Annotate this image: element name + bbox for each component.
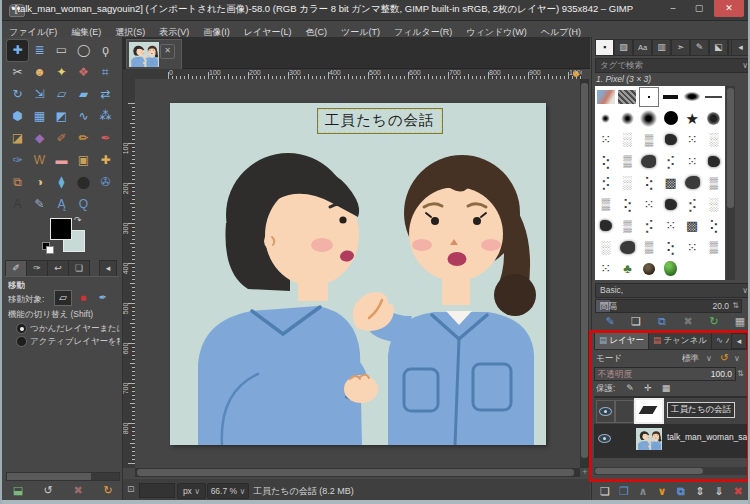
brush-dots2[interactable]: ⡪ <box>681 194 703 216</box>
shear-tool[interactable]: ▱ <box>51 84 72 105</box>
move-layer-icon[interactable]: ▱ <box>54 290 72 306</box>
brush-pixel-sel[interactable] <box>638 86 660 108</box>
canvas-viewport[interactable]: 工員たちの会話 <box>135 79 580 468</box>
brush-scat3[interactable]: ▒ <box>617 215 639 237</box>
flip-tool[interactable]: ⇄ <box>95 84 116 105</box>
mode-value[interactable]: 標準 <box>682 353 699 365</box>
move-selection-icon[interactable]: ■ <box>74 290 92 306</box>
brush-net[interactable]: ▩ <box>681 215 703 237</box>
layer-name[interactable]: 工員たちの会話 <box>667 402 735 418</box>
brush-dots2[interactable]: ⡪ <box>595 172 617 194</box>
lock-position-icon[interactable]: ✛ <box>640 381 656 395</box>
brush-blob1[interactable] <box>703 151 725 173</box>
brush-oval[interactable] <box>681 86 703 108</box>
lower-layer-button[interactable]: ∨ <box>653 484 671 499</box>
layer-row[interactable]: talk_man_woman_sagyoui <box>594 426 748 452</box>
layer-visibility-toggle[interactable] <box>596 400 615 423</box>
brush-pic[interactable] <box>595 86 617 108</box>
brush-dots2[interactable]: ⡪ <box>660 151 682 173</box>
ink-tool[interactable]: ✑ <box>7 150 28 171</box>
layer-name[interactable]: talk_man_woman_sagyoui <box>667 432 748 442</box>
unit-dropdown[interactable]: px ∨ <box>177 483 206 499</box>
new-brush-button[interactable]: ❏ <box>627 314 645 329</box>
brush-acorn[interactable] <box>638 258 660 280</box>
paths-tool[interactable]: Ą <box>51 194 72 215</box>
text-layer-selection[interactable]: 工員たちの会話 <box>318 109 442 133</box>
brush-tex[interactable] <box>617 86 639 108</box>
brush-scat2[interactable]: ░ <box>703 194 725 216</box>
brush-scat3[interactable]: ▒ <box>617 151 639 173</box>
navigation-corner-button[interactable]: + <box>580 468 590 477</box>
heal-tool[interactable]: ✚ <box>95 150 116 171</box>
layer-link-toggle[interactable] <box>615 400 634 423</box>
brush-scat1[interactable]: ⁙ <box>595 129 617 151</box>
crop-tool[interactable]: ⌗ <box>95 62 116 83</box>
duplicate-brush-button[interactable]: ⧉ <box>653 314 671 329</box>
anchor-layer-button[interactable]: ⇕ <box>691 484 709 499</box>
rotate-tool[interactable]: ↻ <box>7 84 28 105</box>
radio-move-grabbed[interactable] <box>16 323 27 334</box>
brush-blob1[interactable] <box>660 129 682 151</box>
new-layer-button[interactable]: ❏ <box>596 484 614 499</box>
layer-thumbnail[interactable] <box>636 400 662 422</box>
brush-grid[interactable]: ★⁙░▒⁙░⢕▒⡪⁙⡪░⢕▩▒▒⢕⁙⡪░▒⡪⁙▩⢕░▒⢕⁙▒⁙♣ <box>595 86 725 280</box>
new-layer-group-button[interactable]: ❐ <box>615 484 633 499</box>
tab-images[interactable]: ❏ <box>68 260 90 276</box>
brush-search-input[interactable]: タグで検索∨ <box>595 58 750 73</box>
open-brush-as-image-button[interactable]: ▦ <box>731 314 749 329</box>
tool-options-resize-grip[interactable] <box>6 472 120 481</box>
vertical-scrollbar[interactable] <box>580 79 589 468</box>
close-button[interactable]: ✕ <box>714 0 744 17</box>
brush-net[interactable]: ▩ <box>660 172 682 194</box>
brush-scat1[interactable]: ⁙ <box>681 129 703 151</box>
blur-sharpen-tool[interactable]: ⧫ <box>51 172 72 193</box>
spacing-spinner[interactable]: ⇅ <box>732 300 739 312</box>
horizontal-scrollbar[interactable] <box>135 468 580 477</box>
delete-brush-button[interactable]: ✖ <box>679 314 697 329</box>
brush-scat1[interactable]: ⁙ <box>681 151 703 173</box>
color-picker-tool[interactable]: ✇ <box>95 172 116 193</box>
free-select-tool[interactable]: ϙ <box>95 40 116 61</box>
warp-transform-tool[interactable]: ∿ <box>73 106 94 127</box>
layer-thumbnail[interactable] <box>636 428 662 450</box>
restore-tool-options-button[interactable]: ↺ <box>40 483 56 497</box>
delete-tool-options-button[interactable]: ✖ <box>70 483 86 497</box>
lock-alpha-icon[interactable]: ▦ <box>658 381 674 395</box>
lock-pixels-icon[interactable]: ✎ <box>622 381 638 395</box>
brush-scat2[interactable]: ░ <box>703 129 725 151</box>
transform-3d-tool[interactable]: ⬢ <box>7 106 28 127</box>
brush-blank[interactable] <box>703 258 725 280</box>
brush-blob2[interactable] <box>638 151 660 173</box>
mode-reset-icon[interactable]: ↺ <box>720 352 728 363</box>
layer-visibility-toggle[interactable] <box>596 428 613 449</box>
perspective-clone-tool[interactable]: ⧉ <box>7 172 28 193</box>
layer-list-scrollbar[interactable] <box>594 467 748 475</box>
move-path-icon[interactable]: ✒ <box>94 290 112 306</box>
tab-document-history[interactable]: ▥ <box>652 39 671 56</box>
brush-dots1[interactable]: ⢕ <box>703 215 725 237</box>
bucket-fill-tool[interactable]: ◪ <box>7 128 28 149</box>
tab-tool-presets[interactable]: ✎ <box>690 39 709 56</box>
clone-tool[interactable]: ▣ <box>73 150 94 171</box>
brush-scrollbar[interactable] <box>726 86 735 280</box>
brush-solid[interactable] <box>660 108 682 130</box>
brush-line[interactable] <box>703 86 725 108</box>
smudge-tool[interactable]: ⬤ <box>73 172 94 193</box>
brush-scat2[interactable]: ░ <box>617 129 639 151</box>
brush-blank[interactable] <box>681 258 703 280</box>
brush-scat3[interactable]: ▒ <box>638 129 660 151</box>
scissors-select-tool[interactable]: ✂ <box>7 62 28 83</box>
brush-blob1[interactable] <box>660 194 682 216</box>
brush-scat2[interactable]: ░ <box>595 237 617 259</box>
delete-layer-button[interactable]: ✖ <box>729 484 747 499</box>
layers-menu-button[interactable]: ◂ <box>731 333 747 349</box>
foreground-color-swatch[interactable] <box>50 218 72 240</box>
brush-scat3[interactable]: ▒ <box>638 237 660 259</box>
brush-sprig[interactable]: ♣ <box>617 258 639 280</box>
tab-brushes[interactable]: ▪ <box>595 39 614 56</box>
tab-close-icon[interactable]: ✕ <box>160 44 175 59</box>
mypaint-brush-tool[interactable]: W <box>29 150 50 171</box>
tool-options-menu-button[interactable]: ◂ <box>99 260 117 276</box>
layer-row[interactable]: 工員たちの会話 <box>594 398 748 424</box>
title-bar[interactable]: *[talk_man_woman_sagyouin2] (インポートされた画像)… <box>2 0 750 21</box>
